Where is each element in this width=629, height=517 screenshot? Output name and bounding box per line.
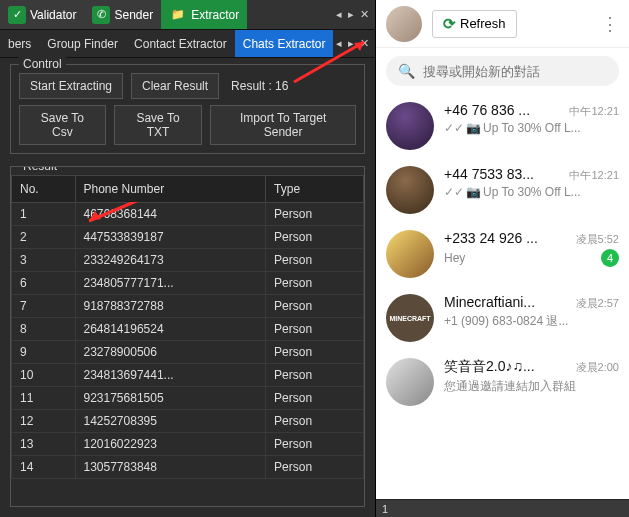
- cell-no: 1: [12, 203, 76, 226]
- subtab-chats-extractor[interactable]: Chats Extractor: [235, 30, 334, 57]
- tabs-next-icon[interactable]: ▸: [348, 8, 354, 21]
- cell-type: Person: [266, 410, 364, 433]
- table-row[interactable]: 3233249264173Person: [12, 249, 364, 272]
- cell-no: 10: [12, 364, 76, 387]
- table-row[interactable]: 10234813697441...Person: [12, 364, 364, 387]
- chat-item[interactable]: +46 76 836 ... 中午12:21 ✓✓ 📷 Up To 30% Of…: [376, 94, 629, 158]
- search-box[interactable]: 🔍: [386, 56, 619, 86]
- cell-type: Person: [266, 433, 364, 456]
- table-row[interactable]: 6234805777171...Person: [12, 272, 364, 295]
- table-row[interactable]: 1214252708395Person: [12, 410, 364, 433]
- clear-result-button[interactable]: Clear Result: [131, 73, 219, 99]
- table-row[interactable]: 923278900506Person: [12, 341, 364, 364]
- chat-item[interactable]: +233 24 926 ... 凌晨5:52 Hey 4: [376, 222, 629, 286]
- chat-time: 凌晨5:52: [576, 232, 619, 247]
- chat-msg: Hey: [444, 251, 465, 265]
- table-row[interactable]: 8264814196524Person: [12, 318, 364, 341]
- chat-avatar: [386, 166, 434, 214]
- cell-phone: 234813697441...: [75, 364, 266, 387]
- tab-sender[interactable]: ✆ Sender: [84, 0, 161, 29]
- cell-no: 14: [12, 456, 76, 479]
- chat-avatar: [386, 230, 434, 278]
- result-title: Result: [19, 166, 61, 173]
- table-row[interactable]: 7918788372788Person: [12, 295, 364, 318]
- cell-type: Person: [266, 318, 364, 341]
- chat-time: 凌晨2:00: [576, 360, 619, 375]
- check-icon: ✓: [8, 6, 26, 24]
- tabs-close-icon[interactable]: ✕: [360, 8, 369, 21]
- chat-item[interactable]: +44 7533 83... 中午12:21 ✓✓ 📷 Up To 30% Of…: [376, 158, 629, 222]
- subtab-contact-extractor[interactable]: Contact Extractor: [126, 30, 235, 57]
- col-phone[interactable]: Phone Number: [75, 176, 266, 203]
- chat-name: +233 24 926 ...: [444, 230, 538, 246]
- save-to-csv-button[interactable]: Save To Csv: [19, 105, 106, 145]
- chat-msg: +1 (909) 683-0824 退...: [444, 313, 568, 330]
- camera-icon: 📷: [466, 121, 481, 135]
- cell-type: Person: [266, 364, 364, 387]
- chat-msg-text: Up To 30% Off L...: [483, 121, 581, 135]
- ticks-icon: ✓✓: [444, 185, 464, 199]
- cell-phone: 23278900506: [75, 341, 266, 364]
- search-input[interactable]: [423, 64, 607, 79]
- chat-name: Minecraftiani...: [444, 294, 535, 310]
- cell-phone: 264814196524: [75, 318, 266, 341]
- ticks-icon: ✓✓: [444, 121, 464, 135]
- chat-name: +46 76 836 ...: [444, 102, 530, 118]
- subtabs-close-icon[interactable]: ✕: [360, 37, 369, 50]
- results-table: No. Phone Number Type 146768368144Person…: [11, 175, 364, 479]
- subtab-bers[interactable]: bers: [0, 30, 39, 57]
- cell-type: Person: [266, 387, 364, 410]
- refresh-button[interactable]: ⟳ Refresh: [432, 10, 517, 38]
- cell-type: Person: [266, 249, 364, 272]
- camera-icon: 📷: [466, 185, 481, 199]
- chat-msg: ✓✓ 📷 Up To 30% Off L...: [444, 185, 581, 199]
- col-no[interactable]: No.: [12, 176, 76, 203]
- chat-msg-text: Up To 30% Off L...: [483, 185, 581, 199]
- cell-no: 2: [12, 226, 76, 249]
- cell-no: 13: [12, 433, 76, 456]
- chat-list[interactable]: +46 76 836 ... 中午12:21 ✓✓ 📷 Up To 30% Of…: [376, 94, 629, 499]
- tab-sender-label: Sender: [114, 8, 153, 22]
- cell-no: 11: [12, 387, 76, 410]
- chat-name: 笑音音2.0♪♫...: [444, 358, 535, 376]
- subtabs-prev-icon[interactable]: ◂: [336, 37, 342, 50]
- control-box: Control Start Extracting Clear Result Re…: [10, 64, 365, 154]
- cell-no: 12: [12, 410, 76, 433]
- cell-phone: 12016022923: [75, 433, 266, 456]
- cell-phone: 234805777171...: [75, 272, 266, 295]
- menu-dots-icon[interactable]: ⋮: [601, 13, 619, 35]
- result-count-label: Result : 16: [231, 79, 288, 93]
- chat-item[interactable]: 笑音音2.0♪♫... 凌晨2:00 您通過邀請連結加入群組: [376, 350, 629, 414]
- tab-validator-label: Validator: [30, 8, 76, 22]
- cell-phone: 46768368144: [75, 203, 266, 226]
- chat-time: 凌晨2:57: [576, 296, 619, 311]
- control-title: Control: [19, 57, 66, 71]
- cell-type: Person: [266, 295, 364, 318]
- table-row[interactable]: 1312016022923Person: [12, 433, 364, 456]
- chat-item[interactable]: MINECRAFT Minecraftiani... 凌晨2:57 +1 (90…: [376, 286, 629, 350]
- table-row[interactable]: 2447533839187Person: [12, 226, 364, 249]
- table-row[interactable]: 1413057783848Person: [12, 456, 364, 479]
- table-row[interactable]: 146768368144Person: [12, 203, 364, 226]
- chat-msg: 您通過邀請連結加入群組: [444, 378, 576, 395]
- chat-msg-text: +1 (909) 683-0824 退...: [444, 313, 568, 330]
- profile-avatar[interactable]: [386, 6, 422, 42]
- cell-phone: 233249264173: [75, 249, 266, 272]
- folder-icon: 📁: [169, 6, 187, 24]
- subtab-group-finder[interactable]: Group Finder: [39, 30, 126, 57]
- import-to-target-button[interactable]: Import To Target Sender: [210, 105, 356, 145]
- cell-no: 3: [12, 249, 76, 272]
- start-extracting-button[interactable]: Start Extracting: [19, 73, 123, 99]
- table-row[interactable]: 11923175681505Person: [12, 387, 364, 410]
- chat-msg-text: Hey: [444, 251, 465, 265]
- chat-avatar: [386, 358, 434, 406]
- tab-extractor[interactable]: 📁 Extractor: [161, 0, 247, 29]
- col-type[interactable]: Type: [266, 176, 364, 203]
- tab-validator[interactable]: ✓ Validator: [0, 0, 84, 29]
- tabs-prev-icon[interactable]: ◂: [336, 8, 342, 21]
- save-to-txt-button[interactable]: Save To TXT: [114, 105, 202, 145]
- cell-phone: 13057783848: [75, 456, 266, 479]
- chat-time: 中午12:21: [569, 168, 619, 183]
- subtabs-next-icon[interactable]: ▸: [348, 37, 354, 50]
- top-tabs: ✓ Validator ✆ Sender 📁 Extractor ◂ ▸ ✕: [0, 0, 375, 30]
